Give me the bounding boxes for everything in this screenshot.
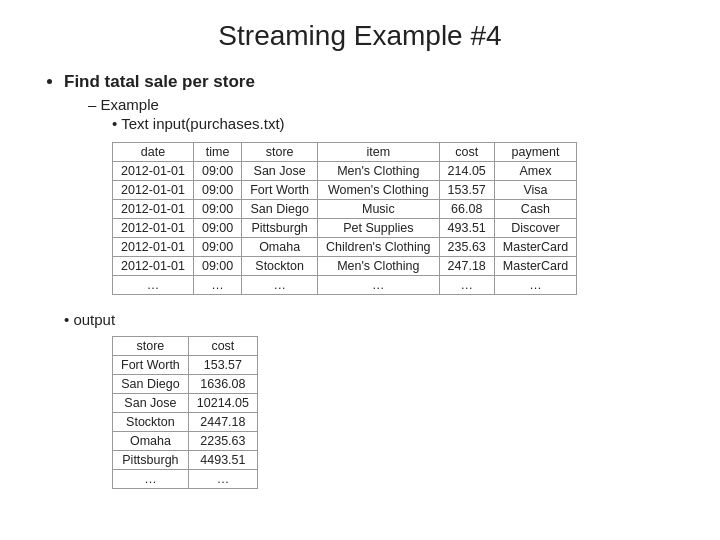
table-row: ………………	[113, 276, 577, 295]
table-cell: Men's Clothing	[318, 257, 440, 276]
table-row: 2012-01-0109:00StocktonMen's Clothing247…	[113, 257, 577, 276]
table-cell: 493.51	[439, 219, 494, 238]
output-table-body: Fort Worth153.57San Diego1636.08San Jose…	[113, 356, 258, 489]
table-cell: Omaha	[113, 432, 189, 451]
table-cell: 2012-01-01	[113, 162, 194, 181]
input-col-header: item	[318, 143, 440, 162]
table-row: 2012-01-0109:00San DiegoMusic66.08Cash	[113, 200, 577, 219]
table-cell: Pittsburgh	[242, 219, 318, 238]
table-cell: …	[188, 470, 257, 489]
table-cell: 2235.63	[188, 432, 257, 451]
input-col-header: payment	[494, 143, 576, 162]
table-row: San Diego1636.08	[113, 375, 258, 394]
table-cell: Stockton	[113, 413, 189, 432]
table-cell: 09:00	[193, 162, 241, 181]
table-cell: 2447.18	[188, 413, 257, 432]
input-col-header: store	[242, 143, 318, 162]
table-cell: 4493.51	[188, 451, 257, 470]
table-cell: …	[318, 276, 440, 295]
table-cell: 2012-01-01	[113, 238, 194, 257]
table-cell: 2012-01-01	[113, 219, 194, 238]
table-cell: Fort Worth	[242, 181, 318, 200]
table-cell: Discover	[494, 219, 576, 238]
table-cell: …	[113, 276, 194, 295]
table-cell: 247.18	[439, 257, 494, 276]
table-cell: 10214.05	[188, 394, 257, 413]
sub1: – Example	[88, 96, 680, 113]
input-table-container: datetimestoreitemcostpayment 2012-01-010…	[112, 142, 680, 295]
table-cell: …	[113, 470, 189, 489]
table-row: 2012-01-0109:00OmahaChildren's Clothing2…	[113, 238, 577, 257]
table-cell: 153.57	[188, 356, 257, 375]
table-row: 2012-01-0109:00Fort WorthWomen's Clothin…	[113, 181, 577, 200]
table-cell: Cash	[494, 200, 576, 219]
table-cell: 09:00	[193, 238, 241, 257]
table-cell: Stockton	[242, 257, 318, 276]
table-row: 2012-01-0109:00PittsburghPet Supplies493…	[113, 219, 577, 238]
input-col-header: date	[113, 143, 194, 162]
table-cell: 214.05	[439, 162, 494, 181]
output-label: • output	[64, 311, 680, 328]
table-cell: 235.63	[439, 238, 494, 257]
table-cell: Pittsburgh	[113, 451, 189, 470]
table-cell: Fort Worth	[113, 356, 189, 375]
table-cell: Amex	[494, 162, 576, 181]
table-cell: 2012-01-01	[113, 181, 194, 200]
input-table-header: datetimestoreitemcostpayment	[113, 143, 577, 162]
table-row: ……	[113, 470, 258, 489]
output-table-container: storecost Fort Worth153.57San Diego1636.…	[112, 336, 680, 489]
table-cell: San Diego	[113, 375, 189, 394]
table-row: 2012-01-0109:00San JoseMen's Clothing214…	[113, 162, 577, 181]
table-cell: 09:00	[193, 257, 241, 276]
output-col-header: cost	[188, 337, 257, 356]
table-cell: Omaha	[242, 238, 318, 257]
table-cell: …	[242, 276, 318, 295]
page-title: Streaming Example #4	[40, 20, 680, 52]
table-cell: Pet Supplies	[318, 219, 440, 238]
output-table: storecost Fort Worth153.57San Diego1636.…	[112, 336, 258, 489]
table-row: Omaha2235.63	[113, 432, 258, 451]
table-cell: Men's Clothing	[318, 162, 440, 181]
table-cell: Music	[318, 200, 440, 219]
table-row: San Jose10214.05	[113, 394, 258, 413]
table-cell: Visa	[494, 181, 576, 200]
input-table-body: 2012-01-0109:00San JoseMen's Clothing214…	[113, 162, 577, 295]
table-cell: 2012-01-01	[113, 200, 194, 219]
table-cell: 153.57	[439, 181, 494, 200]
output-table-header: storecost	[113, 337, 258, 356]
table-cell: 09:00	[193, 181, 241, 200]
table-row: Fort Worth153.57	[113, 356, 258, 375]
table-cell: …	[494, 276, 576, 295]
table-cell: 66.08	[439, 200, 494, 219]
table-row: Pittsburgh4493.51	[113, 451, 258, 470]
table-cell: …	[439, 276, 494, 295]
table-cell: San Diego	[242, 200, 318, 219]
input-col-header: time	[193, 143, 241, 162]
table-cell: MasterCard	[494, 238, 576, 257]
table-cell: San Jose	[113, 394, 189, 413]
input-col-header: cost	[439, 143, 494, 162]
sub2: • Text input(purchases.txt)	[112, 115, 680, 132]
output-col-header: store	[113, 337, 189, 356]
table-cell: San Jose	[242, 162, 318, 181]
table-cell: Children's Clothing	[318, 238, 440, 257]
table-cell: 2012-01-01	[113, 257, 194, 276]
input-table: datetimestoreitemcostpayment 2012-01-010…	[112, 142, 577, 295]
table-cell: 09:00	[193, 200, 241, 219]
table-cell: 1636.08	[188, 375, 257, 394]
table-cell: Women's Clothing	[318, 181, 440, 200]
bullet-main: Find tatal sale per store	[64, 72, 680, 92]
table-cell: 09:00	[193, 219, 241, 238]
table-row: Stockton2447.18	[113, 413, 258, 432]
table-cell: MasterCard	[494, 257, 576, 276]
table-cell: …	[193, 276, 241, 295]
